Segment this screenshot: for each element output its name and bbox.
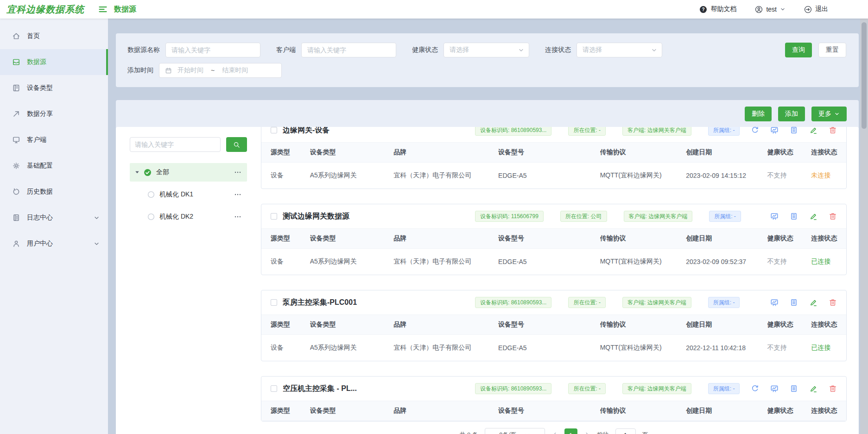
column-header: 健康状态 [767, 234, 811, 243]
column-header: 设备类型 [310, 321, 393, 329]
card-checkbox[interactable] [271, 385, 277, 392]
logout-label: 退出 [815, 5, 828, 13]
reset-button[interactable]: 重置 [818, 43, 846, 57]
connection-status-select[interactable]: 请选择 [577, 43, 662, 57]
refresh-icon[interactable] [751, 127, 759, 134]
edit-icon[interactable] [809, 384, 817, 393]
table-cell: 2023-02-09 09:52:37 [686, 258, 767, 265]
card-tag: 所属组: - [708, 127, 740, 136]
detail-icon[interactable] [790, 212, 798, 220]
tree-item[interactable]: 全部 [130, 163, 247, 182]
scrollbar-thumb[interactable] [862, 22, 867, 129]
tree-search-button[interactable] [226, 137, 247, 152]
tree-item-label: 机械化 DK2 [159, 213, 193, 221]
edit-icon[interactable] [809, 127, 817, 134]
datasource-card: 空压机主控采集 - PL...设备标识码: 8610890593...所在位置:… [261, 376, 847, 421]
tree-item[interactable]: 机械化 DK1 [130, 185, 247, 204]
check-circle-icon[interactable] [144, 169, 152, 176]
logout-icon [804, 6, 812, 13]
filter-conn-label: 连接状态 [545, 46, 571, 54]
delete-icon[interactable] [829, 384, 837, 393]
goto-page-input[interactable] [615, 428, 636, 434]
page-scrollbar[interactable] [860, 19, 868, 434]
board-icon[interactable] [770, 212, 779, 220]
edit-icon[interactable] [809, 212, 817, 220]
column-header: 传输协议 [600, 234, 686, 243]
share-icon [12, 110, 20, 118]
card-checkbox[interactable] [271, 213, 277, 220]
card-checkbox[interactable] [271, 299, 277, 306]
tree-item[interactable]: 机械化 DK2 [130, 208, 247, 226]
radio-circle-icon[interactable] [147, 191, 155, 198]
delete-icon[interactable] [829, 298, 837, 307]
delete-button[interactable]: 删除 [745, 107, 772, 121]
datasource-card: 泵房主控采集-PLC001设备标识码: 8610890593...所在位置: -… [261, 290, 847, 361]
list-toolbar: 删除 添加 更多 [116, 107, 859, 121]
datasource-panel: 删除 添加 更多 全部机械化 DK1机械化 DK2 [116, 100, 859, 434]
logout-button[interactable]: 退出 [804, 5, 828, 13]
prev-page-button[interactable] [551, 432, 558, 434]
table-row: 设备A5系列边缘网关宜科（天津）电子有限公司EDGE-A5MQTT(宜科边缘网关… [261, 163, 846, 189]
sidebar-item-device-type[interactable]: 设备类型 [0, 75, 108, 101]
table-cell: MQTT(宜科边缘网关) [600, 344, 686, 352]
column-header: 设备型号 [498, 148, 600, 157]
search-button[interactable]: 查询 [785, 43, 812, 57]
board-icon[interactable] [770, 127, 779, 134]
refresh-icon[interactable] [751, 384, 759, 393]
detail-icon[interactable] [790, 298, 798, 307]
collapse-menu-icon[interactable] [98, 5, 108, 14]
current-page-button[interactable]: 1 [564, 428, 577, 434]
card-actions [751, 384, 837, 393]
ellipsis-menu-icon[interactable] [234, 169, 241, 176]
ellipsis-menu-icon[interactable] [234, 191, 241, 198]
sidebar-item-client[interactable]: 客户端 [0, 127, 108, 153]
date-range-picker[interactable]: 开始时间 ~ 结束时间 [159, 63, 282, 78]
radio-circle-icon[interactable] [147, 213, 155, 220]
username: test [766, 6, 777, 13]
sidebar-item-datasource[interactable]: 数据源 [0, 49, 108, 75]
table-header-row: 源类型设备类型品牌设备型号传输协议创建日期健康状态连接状态 [261, 314, 846, 335]
sidebar-item-data-share[interactable]: 数据分享 [0, 101, 108, 127]
table-cell: 不支持 [767, 171, 811, 180]
health-status-select[interactable]: 请选择 [444, 43, 529, 57]
sidebar-item-history-data[interactable]: 历史数据 [0, 179, 108, 205]
caret-down-icon[interactable] [134, 170, 140, 175]
card-checkbox[interactable] [271, 127, 277, 133]
edit-icon[interactable] [809, 298, 817, 307]
client-input[interactable] [301, 43, 396, 57]
table-cell: 宜科（天津）电子有限公司 [393, 258, 498, 266]
datasource-card: 测试边缘网关数据源设备标识码: 115606799所在位置: 公司客户端: 边缘… [261, 204, 847, 275]
column-header: 健康状态 [767, 321, 811, 329]
board-icon[interactable] [770, 384, 779, 393]
datasource-name-input[interactable] [165, 43, 260, 57]
table-cell: MQTT(宜科边缘网关) [600, 171, 686, 180]
card-tag: 客户端: 边缘网关客户端 [624, 211, 693, 222]
sidebar-item-log-center[interactable]: 日志中心 [0, 205, 108, 231]
tree-search-input[interactable] [130, 137, 221, 152]
help-docs-label: 帮助文档 [710, 5, 736, 13]
table-row: 设备A5系列边缘网关宜科（天津）电子有限公司EDGE-A5MQTT(宜科边缘网关… [261, 249, 846, 275]
sidebar-item-user-center[interactable]: 用户中心 [0, 231, 108, 257]
page-size-select[interactable]: 9条/页 [485, 428, 545, 434]
detail-icon[interactable] [790, 127, 798, 134]
card-tag: 客户端: 边缘网关客户端 [622, 383, 691, 394]
board-icon[interactable] [770, 298, 779, 307]
table-cell: EDGE-A5 [498, 172, 600, 179]
ellipsis-menu-icon[interactable] [234, 213, 241, 220]
user-menu[interactable]: test [755, 6, 786, 13]
filter-client-label: 客户端 [276, 46, 296, 54]
delete-icon[interactable] [829, 212, 837, 220]
next-page-button[interactable] [584, 432, 590, 434]
card-actions [770, 298, 837, 307]
detail-icon[interactable] [790, 384, 798, 393]
more-button[interactable]: 更多 [811, 107, 847, 121]
sidebar-item-home[interactable]: 首页 [0, 23, 108, 49]
add-button[interactable]: 添加 [778, 107, 805, 121]
card-header: 测试边缘网关数据源设备标识码: 115606799所在位置: 公司客户端: 边缘… [261, 204, 846, 228]
help-docs-link[interactable]: ? 帮助文档 [699, 5, 736, 13]
page-unit-label: 页 [642, 431, 648, 434]
card-tag: 设备标识码: 8610890593... [475, 127, 551, 136]
column-header: 连接状态 [811, 148, 846, 157]
sidebar-item-base-config[interactable]: 基础配置 [0, 153, 108, 179]
delete-icon[interactable] [829, 127, 837, 134]
